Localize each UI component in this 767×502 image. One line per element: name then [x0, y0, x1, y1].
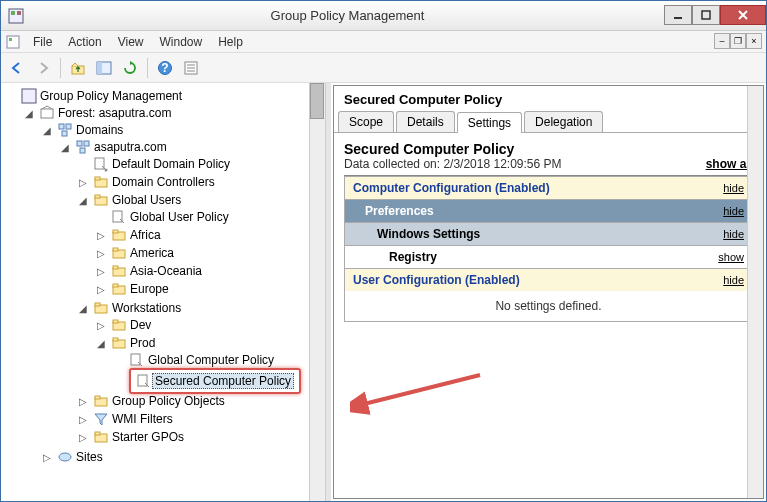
detail-body: Secured Computer Policy Data collected o…: [334, 133, 763, 498]
menu-view[interactable]: View: [110, 32, 152, 52]
properties-button[interactable]: [179, 56, 203, 80]
tree-domains[interactable]: ◢ Domains: [41, 122, 323, 138]
svg-point-27: [105, 169, 108, 172]
svg-rect-7: [7, 36, 19, 48]
tree-wmi[interactable]: ▷WMI Filters: [77, 411, 323, 427]
tree-starter[interactable]: ▷Starter GPOs: [77, 429, 323, 445]
no-settings-label: No settings defined.: [345, 291, 752, 321]
tree-global-comp-policy[interactable]: Global Computer Policy: [113, 352, 323, 368]
expander-icon[interactable]: ▷: [95, 265, 107, 277]
expander-icon[interactable]: ▷: [41, 451, 53, 463]
maximize-button[interactable]: [692, 5, 720, 25]
expander-icon[interactable]: ▷: [95, 229, 107, 241]
splitter[interactable]: [326, 83, 331, 501]
tree-gu-label: Global Users: [112, 193, 181, 207]
close-button[interactable]: [720, 5, 766, 25]
show-link[interactable]: show: [718, 251, 744, 263]
expander-icon[interactable]: ▷: [95, 319, 107, 331]
tree-europe[interactable]: ▷Europe: [95, 281, 323, 297]
hide-link[interactable]: hide: [723, 182, 744, 194]
tree-global-users[interactable]: ◢Global Users: [77, 192, 323, 208]
tree-domain-controllers[interactable]: ▷Domain Controllers: [77, 174, 323, 190]
expander-icon[interactable]: ▷: [77, 395, 89, 407]
svg-rect-38: [113, 266, 118, 269]
tree-starter-label: Starter GPOs: [112, 430, 184, 444]
tree-dev[interactable]: ▷Dev: [95, 317, 323, 333]
section-user-config[interactable]: User Configuration (Enabled)hide: [345, 268, 752, 291]
back-button[interactable]: [5, 56, 29, 80]
expander-icon[interactable]: ◢: [77, 302, 89, 314]
tree-global-user-policy[interactable]: Global User Policy: [95, 209, 323, 225]
tree-root[interactable]: Group Policy Management: [5, 88, 323, 104]
tree-domain-label: asaputra.com: [94, 140, 167, 154]
tab-delegation[interactable]: Delegation: [524, 111, 603, 132]
tab-settings[interactable]: Settings: [457, 112, 522, 133]
expander-icon[interactable]: ▷: [77, 176, 89, 188]
svg-rect-11: [97, 62, 102, 74]
svg-rect-21: [66, 124, 71, 129]
tree-sites[interactable]: ▷Sites: [41, 449, 323, 465]
main-area: Group Policy Management ◢ Forest: asaput…: [1, 83, 766, 501]
expander-icon[interactable]: ◢: [77, 194, 89, 206]
tree-scrollbar[interactable]: [309, 83, 325, 501]
expander-icon[interactable]: ◢: [23, 107, 35, 119]
tree-gpo-container[interactable]: ▷Group Policy Objects: [77, 393, 323, 409]
ou-icon: [93, 192, 109, 208]
tree-secured-comp-policy[interactable]: Secured Computer Policy: [129, 368, 301, 394]
tree-america-label: America: [130, 246, 174, 260]
expander-icon[interactable]: ▷: [77, 431, 89, 443]
tree-asia[interactable]: ▷Asia-Oceania: [95, 263, 323, 279]
section-windows-settings[interactable]: Windows Settingshide: [345, 222, 752, 245]
toolbar: ?: [1, 53, 766, 83]
refresh-button[interactable]: [118, 56, 142, 80]
child-minimize-button[interactable]: –: [714, 33, 730, 49]
tree-prod-label: Prod: [130, 336, 155, 350]
section-registry[interactable]: Registryshow: [345, 245, 752, 268]
show-all-link[interactable]: show all: [706, 157, 753, 171]
menu-window[interactable]: Window: [152, 32, 211, 52]
expander-icon[interactable]: ▷: [95, 283, 107, 295]
up-folder-button[interactable]: [66, 56, 90, 80]
forest-icon: [39, 105, 55, 121]
expander-icon[interactable]: ◢: [59, 141, 71, 153]
svg-rect-50: [95, 396, 100, 399]
tab-scope[interactable]: Scope: [338, 111, 394, 132]
hide-link[interactable]: hide: [723, 274, 744, 286]
detail-scrollbar[interactable]: [747, 86, 763, 498]
tree-domain[interactable]: ◢ asaputra.com: [59, 139, 323, 155]
tree-forest[interactable]: ◢ Forest: asaputra.com: [23, 105, 323, 121]
help-button[interactable]: ?: [153, 56, 177, 80]
section-computer-config[interactable]: Computer Configuration (Enabled)hide: [345, 176, 752, 199]
tree-prod[interactable]: ◢Prod: [95, 335, 323, 351]
expander-icon[interactable]: ◢: [41, 124, 53, 136]
expander-icon[interactable]: ◢: [95, 337, 107, 349]
show-hide-tree-button[interactable]: [92, 56, 116, 80]
tree-america[interactable]: ▷America: [95, 245, 323, 261]
svg-rect-44: [113, 320, 118, 323]
tree-root-label: Group Policy Management: [40, 89, 182, 103]
svg-rect-31: [95, 195, 100, 198]
wins-label: Windows Settings: [377, 227, 480, 241]
menu-action[interactable]: Action: [60, 32, 109, 52]
expander-icon[interactable]: ▷: [95, 247, 107, 259]
hide-link[interactable]: hide: [723, 228, 744, 240]
mmc-root-icon: [21, 88, 37, 104]
menu-file[interactable]: File: [25, 32, 60, 52]
section-preferences[interactable]: Preferenceshide: [345, 199, 752, 222]
tree-asia-label: Asia-Oceania: [130, 264, 202, 278]
minimize-button[interactable]: [664, 5, 692, 25]
child-restore-button[interactable]: ❐: [730, 33, 746, 49]
child-close-button[interactable]: ×: [746, 33, 762, 49]
tree-workstations[interactable]: ◢Workstations: [77, 300, 323, 316]
expander-icon[interactable]: ▷: [77, 413, 89, 425]
forward-button[interactable]: [31, 56, 55, 80]
svg-rect-25: [80, 148, 85, 153]
tree-default-policy-label: Default Domain Policy: [112, 157, 230, 171]
hide-link[interactable]: hide: [723, 205, 744, 217]
tree-default-policy[interactable]: Default Domain Policy: [77, 156, 323, 172]
tab-details[interactable]: Details: [396, 111, 455, 132]
menu-help[interactable]: Help: [210, 32, 251, 52]
tree-africa[interactable]: ▷Africa: [95, 227, 323, 243]
ou-icon: [111, 245, 127, 261]
ou-icon: [93, 300, 109, 316]
